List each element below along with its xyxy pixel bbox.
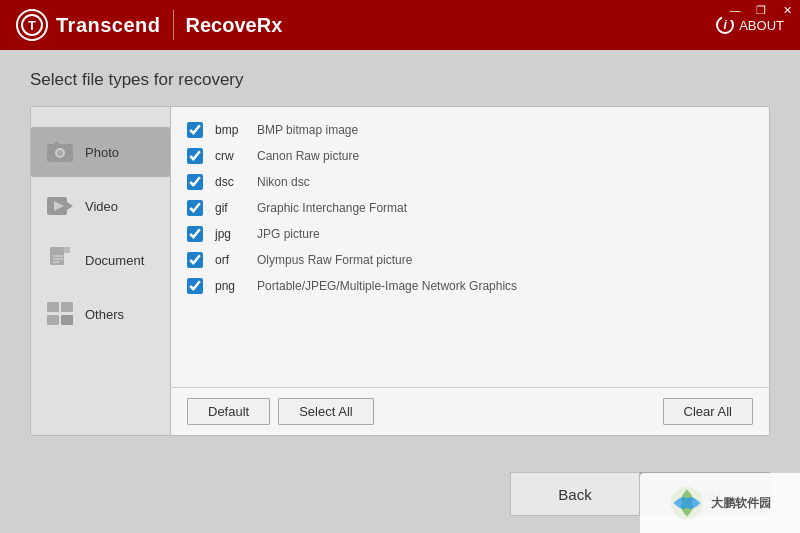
file-row-dsc: dsc Nikon dsc [171, 169, 769, 195]
category-photo[interactable]: Photo [31, 127, 170, 177]
app-name: RecoveRx [186, 14, 283, 37]
category-photo-label: Photo [85, 145, 119, 160]
file-row-crw: crw Canon Raw picture [171, 143, 769, 169]
titlebar-divider [173, 10, 174, 40]
checkbox-dsc[interactable] [187, 174, 203, 190]
desc-orf: Olympus Raw Format picture [257, 253, 412, 267]
photo-icon [45, 137, 75, 167]
category-others-label: Others [85, 307, 124, 322]
svg-rect-16 [61, 302, 73, 312]
watermark-text: 大鹏软件园 [711, 495, 771, 512]
titlebar-left: T Transcend RecoveRx [16, 9, 282, 41]
file-row-bmp: bmp BMP bitmap image [171, 117, 769, 143]
titlebar: T Transcend RecoveRx i ABOUT [0, 0, 800, 50]
others-icon [45, 299, 75, 329]
file-row-png: png Portable/JPEG/Multiple-Image Network… [171, 273, 769, 299]
desc-bmp: BMP bitmap image [257, 123, 358, 137]
category-document[interactable]: Document [31, 235, 170, 285]
logo-wrapper: T Transcend [16, 9, 161, 41]
category-document-label: Document [85, 253, 144, 268]
file-list-scroll[interactable]: bmp BMP bitmap image crw Canon Raw pictu… [171, 107, 769, 387]
page-title: Select file types for recovery [30, 70, 770, 90]
category-others[interactable]: Others [31, 289, 170, 339]
svg-marker-7 [67, 202, 73, 210]
checkbox-orf[interactable] [187, 252, 203, 268]
checkbox-png[interactable] [187, 278, 203, 294]
svg-rect-18 [61, 315, 73, 325]
ext-crw: crw [215, 149, 245, 163]
transcend-logo-text: Transcend [56, 14, 161, 37]
category-video[interactable]: Video [31, 181, 170, 231]
left-sidebar: Photo Video [31, 107, 171, 435]
video-icon [45, 191, 75, 221]
clear-all-button[interactable]: Clear All [663, 398, 753, 425]
ext-dsc: dsc [215, 175, 245, 189]
ext-jpg: jpg [215, 227, 245, 241]
svg-rect-17 [47, 315, 59, 325]
svg-point-4 [57, 150, 63, 156]
file-list-area: bmp BMP bitmap image crw Canon Raw pictu… [171, 107, 769, 435]
main-panel: Photo Video [30, 106, 770, 436]
checkbox-gif[interactable] [187, 200, 203, 216]
restore-button[interactable]: ❐ [748, 0, 774, 20]
checkbox-jpg[interactable] [187, 226, 203, 242]
ext-gif: gif [215, 201, 245, 215]
desc-jpg: JPG picture [257, 227, 320, 241]
default-button[interactable]: Default [187, 398, 270, 425]
document-icon [45, 245, 75, 275]
file-row-gif: gif Graphic Interchange Format [171, 195, 769, 221]
file-row-orf: orf Olympus Raw Format picture [171, 247, 769, 273]
desc-dsc: Nikon dsc [257, 175, 310, 189]
back-button[interactable]: Back [510, 472, 640, 516]
ext-orf: orf [215, 253, 245, 267]
watermark-logo-icon [669, 485, 705, 521]
watermark: 大鹏软件园 [640, 473, 800, 533]
svg-text:T: T [28, 18, 36, 33]
category-video-label: Video [85, 199, 118, 214]
transcend-logo-icon: T [16, 9, 48, 41]
ext-png: png [215, 279, 245, 293]
ext-bmp: bmp [215, 123, 245, 137]
close-button[interactable]: ✕ [774, 0, 800, 20]
checkbox-crw[interactable] [187, 148, 203, 164]
desc-png: Portable/JPEG/Multiple-Image Network Gra… [257, 279, 517, 293]
svg-rect-5 [54, 142, 59, 145]
desc-gif: Graphic Interchange Format [257, 201, 407, 215]
svg-rect-11 [64, 247, 70, 253]
page-content: Select file types for recovery Photo [0, 50, 800, 456]
window-controls: — ❐ ✕ [722, 0, 800, 20]
panel-buttons: Default Select All Clear All [171, 387, 769, 435]
svg-rect-15 [47, 302, 59, 312]
panel-buttons-left: Default Select All [187, 398, 374, 425]
checkbox-bmp[interactable] [187, 122, 203, 138]
desc-crw: Canon Raw picture [257, 149, 359, 163]
minimize-button[interactable]: — [722, 0, 748, 20]
file-row-jpg: jpg JPG picture [171, 221, 769, 247]
select-all-button[interactable]: Select All [278, 398, 373, 425]
